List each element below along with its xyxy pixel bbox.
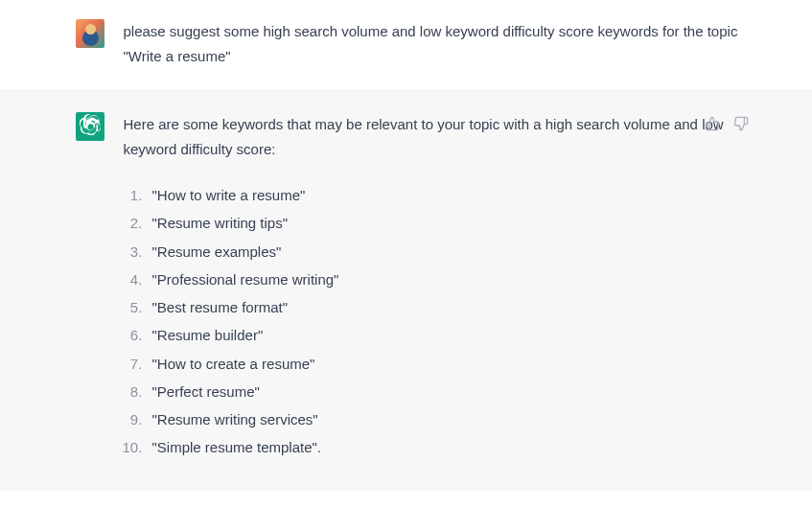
list-item: "Resume writing services" (147, 405, 747, 433)
assistant-message: Here are some keywords that may be relev… (0, 89, 812, 491)
user-message: please suggest some high search volume a… (0, 0, 812, 89)
list-item: "Resume writing tips" (147, 209, 747, 237)
list-item: "How to create a resume" (147, 350, 747, 378)
thumbs-down-icon (733, 116, 749, 131)
list-item: "Professional resume writing" (147, 266, 747, 293)
feedback-controls (703, 114, 751, 133)
openai-logo-icon (80, 114, 101, 138)
user-message-text: please suggest some high search volume a… (124, 19, 747, 70)
keyword-list: "How to write a resume" "Resume writing … (124, 181, 747, 462)
list-item: "Simple resume template". (147, 433, 747, 461)
list-item: "How to write a resume" (147, 181, 747, 209)
list-item: "Best resume format" (147, 293, 747, 321)
user-avatar (76, 19, 104, 48)
list-item: "Resume builder" (147, 321, 747, 349)
thumbs-up-icon (705, 116, 720, 131)
list-item: "Resume examples" (147, 238, 747, 266)
assistant-avatar (76, 112, 104, 141)
thumbs-down-button[interactable] (731, 114, 751, 133)
assistant-intro-text: Here are some keywords that may be relev… (124, 112, 747, 163)
thumbs-up-button[interactable] (703, 114, 722, 133)
list-item: "Perfect resume" (147, 378, 747, 405)
